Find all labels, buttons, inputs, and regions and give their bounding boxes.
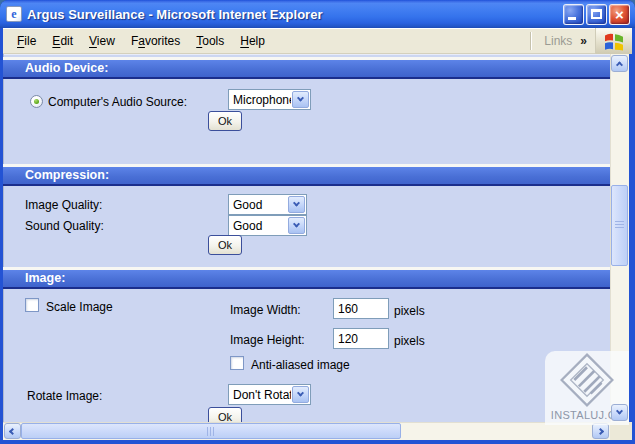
image-ok-button[interactable]: Ok [208,407,242,422]
section-title-audio: Audio Device: [25,61,108,75]
ie-document-icon: e [6,6,22,22]
audio-source-radio[interactable] [30,95,43,108]
rotate-image-selected-value: Don't Rotate [229,385,291,404]
section-title-image: Image: [25,271,65,285]
chevron-right-icon [597,427,604,434]
chevron-down-icon [297,95,304,102]
scroll-down-button[interactable] [611,404,628,421]
links-overflow-chevron-icon[interactable]: » [580,34,587,48]
minimize-icon [568,17,576,20]
sound-quality-select[interactable]: Good [228,215,307,236]
image-quality-selected-value: Good [229,195,287,214]
scroll-right-button[interactable] [592,423,609,439]
thumb-grip [207,427,216,436]
image-width-input[interactable] [333,298,389,319]
chevron-down-icon [616,408,623,415]
maximize-button[interactable] [586,4,607,25]
section-header-compression: Compression: [3,164,610,186]
section-header-image: Image: [3,267,610,289]
scale-image-label: Scale Image [46,300,113,314]
links-toolbar-label[interactable]: Links [540,34,576,48]
minimize-button[interactable] [563,4,584,25]
image-quality-select[interactable]: Good [228,194,307,215]
chevron-down-icon [297,390,304,397]
title-bar[interactable]: e Argus Surveillance - Microsoft Interne… [0,0,635,28]
sound-quality-dropdown-button[interactable] [288,217,305,234]
menu-edit[interactable]: Edit [44,31,81,51]
sound-quality-label: Sound Quality: [25,219,104,233]
audio-ok-button[interactable]: Ok [208,111,242,131]
menu-bar: File Edit View Favorites Tools Help Link… [3,28,632,54]
image-quality-label: Image Quality: [25,198,102,212]
horizontal-scroll-thumb[interactable] [21,423,401,439]
rotate-image-dropdown-button[interactable] [292,386,309,403]
browser-window: e Argus Surveillance - Microsoft Interne… [0,0,635,444]
audio-source-select[interactable]: Microphone [228,89,311,110]
audio-source-label: Computer's Audio Source: [48,95,187,109]
scroll-left-button[interactable] [4,423,21,439]
image-width-unit: pixels [394,304,425,318]
close-button[interactable]: × [609,4,630,25]
ie-e-glyph: e [11,8,16,20]
image-height-label: Image Height: [230,333,305,347]
window-title: Argus Surveillance - Microsoft Internet … [27,7,563,22]
chevron-left-icon [9,427,16,434]
image-height-unit: pixels [394,334,425,348]
windows-logo-tile [595,28,632,54]
scroll-up-button[interactable] [611,55,628,72]
menu-favorites[interactable]: Favorites [123,31,188,51]
maximize-icon [591,9,602,19]
section-title-compression: Compression: [25,168,109,182]
menu-file[interactable]: File [9,31,44,51]
vertical-scroll-thumb[interactable] [611,185,628,266]
image-width-label: Image Width: [230,303,301,317]
page-content: Audio Device: Computer's Audio Source: M… [3,54,610,422]
window-controls: × [563,4,630,25]
section-header-audio-device: Audio Device: [3,57,610,79]
anti-aliased-checkbox[interactable] [230,356,244,370]
scale-image-checkbox[interactable] [25,298,39,312]
instaluj-diamond-icon [558,351,616,409]
image-height-input[interactable] [333,328,389,349]
chevron-up-icon [616,61,623,68]
menu-bar-right: Links » [530,29,632,53]
audio-source-dropdown-button[interactable] [292,91,309,108]
rotate-image-select[interactable]: Don't Rotate [228,384,311,405]
rotate-image-label: Rotate Image: [27,389,102,403]
menu-tools[interactable]: Tools [188,31,232,51]
anti-aliased-label: Anti-aliased image [251,358,350,372]
chevron-down-icon [293,200,300,207]
audio-source-selected-value: Microphone [229,90,291,109]
menu-help[interactable]: Help [232,31,273,51]
image-quality-dropdown-button[interactable] [288,196,305,213]
thumb-grip [615,221,624,230]
compression-ok-button[interactable]: Ok [208,235,242,255]
sound-quality-selected-value: Good [229,216,287,235]
horizontal-scrollbar[interactable] [3,422,610,440]
menu-view[interactable]: View [81,31,123,51]
windows-flag-icon [603,30,625,53]
chevron-down-icon [293,221,300,228]
toolbar-divider [530,32,532,50]
close-icon: × [610,5,629,24]
